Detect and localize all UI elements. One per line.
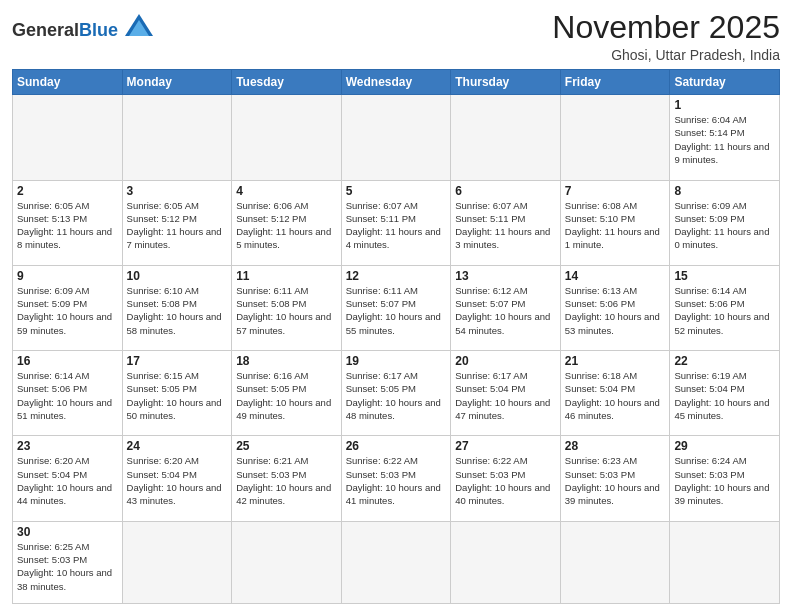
day-info: Sunrise: 6:22 AM Sunset: 5:03 PM Dayligh… (455, 454, 556, 507)
day-info: Sunrise: 6:14 AM Sunset: 5:06 PM Dayligh… (674, 284, 775, 337)
table-row: 8Sunrise: 6:09 AM Sunset: 5:09 PM Daylig… (670, 180, 780, 265)
col-wednesday: Wednesday (341, 70, 451, 95)
day-number: 15 (674, 269, 775, 283)
day-info: Sunrise: 6:09 AM Sunset: 5:09 PM Dayligh… (17, 284, 118, 337)
day-number: 20 (455, 354, 556, 368)
day-info: Sunrise: 6:05 AM Sunset: 5:12 PM Dayligh… (127, 199, 228, 252)
day-info: Sunrise: 6:14 AM Sunset: 5:06 PM Dayligh… (17, 369, 118, 422)
table-row: 23Sunrise: 6:20 AM Sunset: 5:04 PM Dayli… (13, 436, 123, 521)
table-row: 22Sunrise: 6:19 AM Sunset: 5:04 PM Dayli… (670, 351, 780, 436)
day-number: 28 (565, 439, 666, 453)
col-sunday: Sunday (13, 70, 123, 95)
table-row: 1Sunrise: 6:04 AM Sunset: 5:14 PM Daylig… (670, 95, 780, 180)
day-number: 7 (565, 184, 666, 198)
page: GeneralBlue November 2025 Ghosi, Uttar P… (0, 0, 792, 612)
table-row (451, 521, 561, 603)
table-row: 2Sunrise: 6:05 AM Sunset: 5:13 PM Daylig… (13, 180, 123, 265)
day-info: Sunrise: 6:20 AM Sunset: 5:04 PM Dayligh… (17, 454, 118, 507)
col-saturday: Saturday (670, 70, 780, 95)
day-info: Sunrise: 6:04 AM Sunset: 5:14 PM Dayligh… (674, 113, 775, 166)
table-row: 24Sunrise: 6:20 AM Sunset: 5:04 PM Dayli… (122, 436, 232, 521)
logo: GeneralBlue (12, 14, 153, 40)
day-number: 21 (565, 354, 666, 368)
day-number: 8 (674, 184, 775, 198)
table-row: 20Sunrise: 6:17 AM Sunset: 5:04 PM Dayli… (451, 351, 561, 436)
day-number: 27 (455, 439, 556, 453)
day-number: 6 (455, 184, 556, 198)
logo-general: General (12, 20, 79, 40)
table-row: 14Sunrise: 6:13 AM Sunset: 5:06 PM Dayli… (560, 265, 670, 350)
day-number: 16 (17, 354, 118, 368)
day-info: Sunrise: 6:20 AM Sunset: 5:04 PM Dayligh… (127, 454, 228, 507)
day-number: 25 (236, 439, 337, 453)
day-info: Sunrise: 6:23 AM Sunset: 5:03 PM Dayligh… (565, 454, 666, 507)
day-number: 24 (127, 439, 228, 453)
day-info: Sunrise: 6:10 AM Sunset: 5:08 PM Dayligh… (127, 284, 228, 337)
day-number: 4 (236, 184, 337, 198)
table-row: 13Sunrise: 6:12 AM Sunset: 5:07 PM Dayli… (451, 265, 561, 350)
day-number: 26 (346, 439, 447, 453)
table-row (560, 521, 670, 603)
day-number: 12 (346, 269, 447, 283)
table-row: 4Sunrise: 6:06 AM Sunset: 5:12 PM Daylig… (232, 180, 342, 265)
day-info: Sunrise: 6:11 AM Sunset: 5:07 PM Dayligh… (346, 284, 447, 337)
col-monday: Monday (122, 70, 232, 95)
table-row (341, 95, 451, 180)
table-row (13, 95, 123, 180)
table-row: 9Sunrise: 6:09 AM Sunset: 5:09 PM Daylig… (13, 265, 123, 350)
calendar: Sunday Monday Tuesday Wednesday Thursday… (12, 69, 780, 604)
day-info: Sunrise: 6:07 AM Sunset: 5:11 PM Dayligh… (455, 199, 556, 252)
logo-text: GeneralBlue (12, 14, 153, 40)
day-info: Sunrise: 6:16 AM Sunset: 5:05 PM Dayligh… (236, 369, 337, 422)
day-info: Sunrise: 6:19 AM Sunset: 5:04 PM Dayligh… (674, 369, 775, 422)
day-info: Sunrise: 6:17 AM Sunset: 5:04 PM Dayligh… (455, 369, 556, 422)
title-block: November 2025 Ghosi, Uttar Pradesh, Indi… (552, 10, 780, 63)
table-row: 11Sunrise: 6:11 AM Sunset: 5:08 PM Dayli… (232, 265, 342, 350)
day-number: 5 (346, 184, 447, 198)
table-row: 7Sunrise: 6:08 AM Sunset: 5:10 PM Daylig… (560, 180, 670, 265)
table-row: 17Sunrise: 6:15 AM Sunset: 5:05 PM Dayli… (122, 351, 232, 436)
day-info: Sunrise: 6:18 AM Sunset: 5:04 PM Dayligh… (565, 369, 666, 422)
table-row: 5Sunrise: 6:07 AM Sunset: 5:11 PM Daylig… (341, 180, 451, 265)
col-tuesday: Tuesday (232, 70, 342, 95)
day-info: Sunrise: 6:15 AM Sunset: 5:05 PM Dayligh… (127, 369, 228, 422)
day-number: 29 (674, 439, 775, 453)
day-info: Sunrise: 6:07 AM Sunset: 5:11 PM Dayligh… (346, 199, 447, 252)
table-row: 28Sunrise: 6:23 AM Sunset: 5:03 PM Dayli… (560, 436, 670, 521)
table-row: 3Sunrise: 6:05 AM Sunset: 5:12 PM Daylig… (122, 180, 232, 265)
day-number: 10 (127, 269, 228, 283)
table-row: 6Sunrise: 6:07 AM Sunset: 5:11 PM Daylig… (451, 180, 561, 265)
day-info: Sunrise: 6:22 AM Sunset: 5:03 PM Dayligh… (346, 454, 447, 507)
table-row: 16Sunrise: 6:14 AM Sunset: 5:06 PM Dayli… (13, 351, 123, 436)
day-number: 23 (17, 439, 118, 453)
day-info: Sunrise: 6:25 AM Sunset: 5:03 PM Dayligh… (17, 540, 118, 593)
col-friday: Friday (560, 70, 670, 95)
calendar-header-row: Sunday Monday Tuesday Wednesday Thursday… (13, 70, 780, 95)
day-info: Sunrise: 6:24 AM Sunset: 5:03 PM Dayligh… (674, 454, 775, 507)
table-row: 30Sunrise: 6:25 AM Sunset: 5:03 PM Dayli… (13, 521, 123, 603)
table-row (670, 521, 780, 603)
day-number: 30 (17, 525, 118, 539)
day-number: 2 (17, 184, 118, 198)
table-row: 25Sunrise: 6:21 AM Sunset: 5:03 PM Dayli… (232, 436, 342, 521)
table-row: 27Sunrise: 6:22 AM Sunset: 5:03 PM Dayli… (451, 436, 561, 521)
table-row: 10Sunrise: 6:10 AM Sunset: 5:08 PM Dayli… (122, 265, 232, 350)
day-number: 17 (127, 354, 228, 368)
table-row: 15Sunrise: 6:14 AM Sunset: 5:06 PM Dayli… (670, 265, 780, 350)
day-number: 19 (346, 354, 447, 368)
table-row (122, 521, 232, 603)
table-row: 26Sunrise: 6:22 AM Sunset: 5:03 PM Dayli… (341, 436, 451, 521)
day-info: Sunrise: 6:09 AM Sunset: 5:09 PM Dayligh… (674, 199, 775, 252)
table-row (232, 521, 342, 603)
table-row (122, 95, 232, 180)
table-row: 12Sunrise: 6:11 AM Sunset: 5:07 PM Dayli… (341, 265, 451, 350)
logo-icon (125, 14, 153, 36)
day-number: 3 (127, 184, 228, 198)
day-number: 13 (455, 269, 556, 283)
day-number: 18 (236, 354, 337, 368)
table-row (232, 95, 342, 180)
table-row: 19Sunrise: 6:17 AM Sunset: 5:05 PM Dayli… (341, 351, 451, 436)
day-number: 1 (674, 98, 775, 112)
day-number: 9 (17, 269, 118, 283)
day-info: Sunrise: 6:21 AM Sunset: 5:03 PM Dayligh… (236, 454, 337, 507)
